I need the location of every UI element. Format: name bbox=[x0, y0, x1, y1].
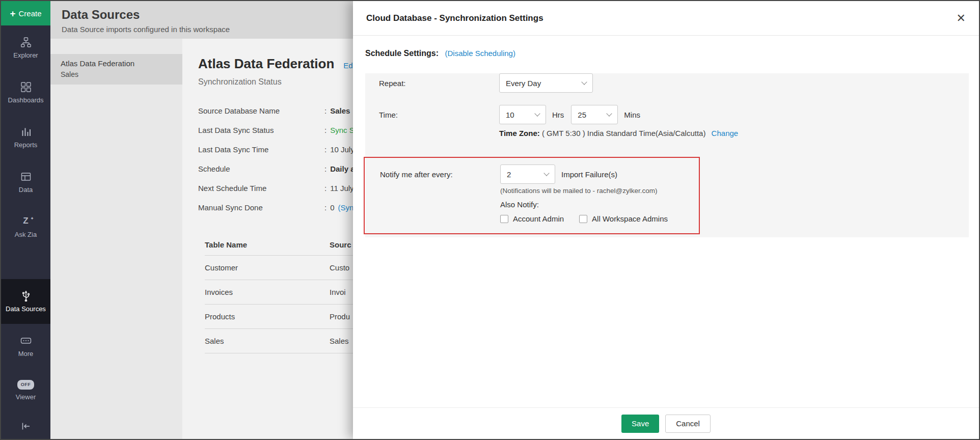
more-icon bbox=[20, 335, 32, 346]
data-source-list: Atlas Data Federation Sales bbox=[50, 39, 182, 439]
minutes-unit-label: Mins bbox=[624, 111, 640, 119]
sidebar-item-label: Dashboards bbox=[8, 96, 43, 104]
close-icon[interactable]: ✕ bbox=[957, 13, 966, 24]
detail-title: Atlas Data Federation bbox=[198, 56, 334, 72]
sidebar-item-dashboards[interactable]: Dashboards bbox=[1, 70, 50, 115]
also-notify-label: Also Notify: bbox=[500, 200, 699, 209]
modal-body: Schedule Settings: (Disable Scheduling) … bbox=[353, 36, 979, 237]
disable-scheduling-link[interactable]: (Disable Scheduling) bbox=[445, 49, 515, 58]
timezone-line: Time Zone: ( GMT 5:30 ) India Standard T… bbox=[499, 129, 969, 138]
modal-footer: Save Cancel bbox=[353, 407, 979, 439]
viewer-off-toggle[interactable]: OFF bbox=[17, 380, 35, 390]
sidebar-item-label: Ask Zia bbox=[15, 231, 37, 238]
sidebar-item-label: Reports bbox=[14, 141, 38, 149]
notify-highlight-box: Notify me after every: 2 Import Failure(… bbox=[364, 157, 700, 234]
notify-note: (Notifications will be mailed to - rache… bbox=[500, 187, 699, 195]
sidebar-item-explorer[interactable]: Explorer bbox=[1, 25, 50, 70]
sidebar-item-label: Viewer bbox=[16, 393, 36, 401]
sidebar-item-label: Data Sources bbox=[6, 305, 46, 313]
chevron-down-icon bbox=[607, 111, 612, 116]
account-admin-checkbox-option[interactable]: Account Admin bbox=[500, 214, 564, 223]
explorer-icon bbox=[20, 37, 32, 48]
chevron-down-icon bbox=[581, 79, 587, 85]
sidebar-item-label: Data bbox=[19, 186, 33, 194]
repeat-label: Repeat: bbox=[379, 79, 499, 88]
modal-title: Cloud Database - Synchronization Setting… bbox=[366, 13, 543, 23]
list-item-subtitle: Sales bbox=[61, 70, 176, 78]
ask-zia-icon: Z✦ bbox=[23, 216, 28, 227]
sidebar-item-label: More bbox=[18, 350, 34, 358]
minutes-select[interactable]: 25 bbox=[571, 105, 618, 124]
notify-count-select[interactable]: 2 bbox=[500, 164, 555, 184]
sidebar-item-viewer[interactable]: OFF Viewer bbox=[1, 369, 50, 412]
sync-link[interactable]: (Syn bbox=[338, 203, 354, 212]
repeat-row: Repeat: Every Day bbox=[379, 73, 969, 93]
sidebar-item-more[interactable]: More bbox=[1, 324, 50, 369]
repeat-select[interactable]: Every Day bbox=[499, 73, 593, 93]
app-window: + Create Explorer Dashboards Reports Dat… bbox=[0, 0, 980, 440]
time-label: Time: bbox=[379, 111, 499, 119]
sidebar: + Create Explorer Dashboards Reports Dat… bbox=[1, 1, 50, 439]
checkbox-icon[interactable] bbox=[579, 215, 587, 223]
sidebar-collapse-button[interactable] bbox=[1, 416, 50, 439]
also-notify-options: Account Admin All Workspace Admins bbox=[500, 214, 699, 223]
list-item-title: Atlas Data Federation bbox=[61, 59, 176, 68]
sidebar-item-ask-zia[interactable]: Z✦ Ask Zia bbox=[1, 205, 50, 250]
sidebar-spacer bbox=[1, 412, 50, 416]
dashboards-icon bbox=[20, 81, 32, 93]
chevron-down-icon bbox=[534, 111, 540, 116]
notify-row: Notify me after every: 2 Import Failure(… bbox=[380, 164, 699, 184]
list-item-atlas-data-federation[interactable]: Atlas Data Federation Sales bbox=[50, 54, 182, 85]
modal-header: Cloud Database - Synchronization Setting… bbox=[353, 1, 979, 36]
schedule-panel: Repeat: Every Day Time: 10 Hrs 25 bbox=[365, 73, 969, 237]
hours-unit-label: Hrs bbox=[552, 111, 564, 119]
timezone-change-link[interactable]: Change bbox=[712, 129, 739, 138]
timezone-label: Time Zone: bbox=[499, 129, 540, 138]
collapse-arrow-icon bbox=[20, 421, 32, 432]
sync-settings-modal: Cloud Database - Synchronization Setting… bbox=[353, 1, 979, 439]
schedule-settings-label: Schedule Settings: bbox=[365, 49, 439, 58]
create-label: Create bbox=[19, 9, 42, 18]
chevron-down-icon bbox=[543, 170, 549, 176]
data-sources-plug-icon bbox=[20, 290, 32, 301]
sidebar-item-reports[interactable]: Reports bbox=[1, 115, 50, 160]
sidebar-item-data[interactable]: Data bbox=[1, 160, 50, 205]
sparkle-icon: ✦ bbox=[30, 213, 34, 224]
save-button[interactable]: Save bbox=[621, 415, 659, 433]
all-workspace-admins-checkbox-option[interactable]: All Workspace Admins bbox=[579, 214, 668, 223]
reports-icon bbox=[20, 126, 32, 138]
sidebar-item-label: Explorer bbox=[13, 51, 38, 59]
data-icon bbox=[20, 171, 32, 182]
checkbox-icon[interactable] bbox=[500, 215, 508, 223]
hours-select[interactable]: 10 bbox=[499, 105, 546, 124]
cancel-button[interactable]: Cancel bbox=[665, 415, 711, 433]
import-failures-label: Import Failure(s) bbox=[561, 170, 617, 179]
notify-label: Notify me after every: bbox=[380, 170, 500, 179]
create-button[interactable]: + Create bbox=[1, 1, 50, 25]
sidebar-item-data-sources[interactable]: Data Sources bbox=[1, 279, 50, 324]
plus-icon: + bbox=[10, 9, 15, 18]
time-row: Time: 10 Hrs 25 Mins bbox=[379, 105, 969, 124]
timezone-value: ( GMT 5:30 ) India Standard Time(Asia/Ca… bbox=[542, 129, 706, 138]
